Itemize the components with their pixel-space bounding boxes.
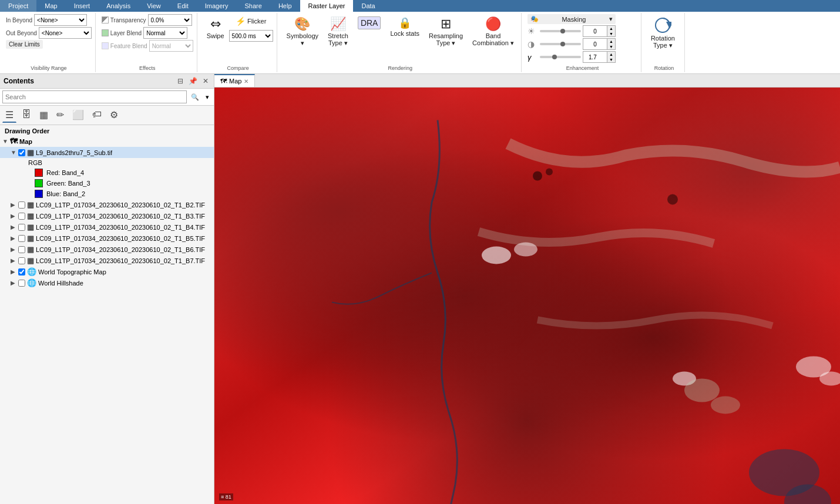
band-combination-button[interactable]: 🔴 Band Combination ▾ [469,14,518,49]
lock-stats-button[interactable]: 🔒 Lock stats [387,14,423,39]
layer-item-world-hillshade[interactable]: ▶🌐World Hillshade [0,277,214,288]
brightness-down[interactable]: ▼ [607,31,615,36]
checkbox-b7-tif[interactable] [18,257,25,264]
clear-limits-button[interactable]: Clear Limits [6,40,43,49]
search-dropdown-icon[interactable]: ▾ [203,92,211,102]
layer-item-b4-tif[interactable]: ▶▦LC09_L1TP_017034_20230610_20230610_02_… [0,221,214,233]
view-icon-list[interactable]: ☰ [2,107,16,123]
search-input[interactable] [2,90,187,103]
tab-view[interactable]: View [139,0,169,12]
feature-blend-select[interactable]: Normal [149,40,193,52]
checkbox-l9-bands[interactable] [18,149,25,156]
rotation-type-button[interactable]: Rotation Type ▾ [647,14,678,52]
tab-map[interactable]: Map [36,0,65,12]
layer-item-blue-band[interactable]: Blue: Band_2 [0,189,214,199]
in-beyond-select[interactable]: <None> [34,14,87,26]
layer-item-b7-tif[interactable]: ▶▦LC09_L1TP_017034_20230610_20230610_02_… [0,255,214,266]
layer-item-map-root[interactable]: ▼🗺Map [0,136,214,147]
checkbox-b3-tif[interactable] [18,213,25,220]
expand-arrow-world-hillshade[interactable]: ▶ [11,280,16,286]
expand-arrow-b7-tif[interactable]: ▶ [11,257,16,264]
expand-arrow-map-root[interactable]: ▼ [2,138,8,145]
view-icon-polygon[interactable]: ⬜ [69,107,87,123]
gamma-input[interactable] [583,52,607,62]
expand-arrow-b6-tif[interactable]: ▶ [11,246,16,253]
tab-share[interactable]: Share [237,0,270,12]
expand-arrow-l9-bands[interactable]: ▼ [11,149,16,156]
tab-edit[interactable]: Edit [169,0,197,12]
stretch-type-button[interactable]: 📈 Stretch Type ▾ [324,14,352,49]
gamma-up[interactable]: ▲ [607,52,615,57]
layer-item-red-band[interactable]: Red: Band_4 [0,167,214,178]
tab-help[interactable]: Help [270,0,300,12]
view-icon-cylinder[interactable]: 🗄 [19,107,34,123]
view-icon-label[interactable]: 🏷 [89,107,105,123]
expand-arrow-b5-tif[interactable]: ▶ [11,235,16,241]
layer-label-red-band: Red: Band_4 [46,169,84,176]
layer-item-green-band[interactable]: Green: Band_3 [0,178,214,189]
map-tab[interactable]: 🗺 Map ✕ [214,74,255,87]
flicker-icon: ⚡ [236,16,246,26]
brightness-input[interactable] [583,26,607,36]
expand-arrow-b4-tif[interactable]: ▶ [11,224,16,230]
tab-data[interactable]: Data [353,0,383,12]
contrast-input[interactable] [583,39,607,49]
search-button[interactable]: 🔍 [189,92,201,102]
expand-arrow-b3-tif[interactable]: ▶ [11,213,16,219]
checkbox-world-topo[interactable] [18,268,25,275]
expand-arrow-world-topo[interactable]: ▶ [11,268,16,275]
out-beyond-select[interactable]: <None> [39,27,92,39]
swipe-button[interactable]: ⇔ Swipe [203,14,228,42]
close-icon[interactable]: ✕ [201,76,210,86]
tab-raster-layer[interactable]: Raster Layer [300,0,354,12]
contrast-slider-container [540,43,581,45]
contrast-down[interactable]: ▼ [607,44,615,49]
flicker-speed-select[interactable]: 500.0 ms [229,30,273,42]
layer-item-l9-bands[interactable]: ▼▦L9_Bands2thru7_5_Sub.tif [0,147,214,158]
brightness-up[interactable]: ▲ [607,26,615,31]
contrast-slider[interactable] [540,43,581,45]
layer-item-b6-tif[interactable]: ▶▦LC09_L1TP_017034_20230610_20230610_02_… [0,244,214,255]
gamma-down[interactable]: ▼ [607,57,615,62]
layer-item-world-topo[interactable]: ▶🌐World Topographic Map [0,266,214,277]
layer-item-b2-tif[interactable]: ▶▦LC09_L1TP_017034_20230610_20230610_02_… [0,199,214,210]
checkbox-b4-tif[interactable] [18,224,25,231]
brightness-slider[interactable] [540,30,581,32]
pin-icon[interactable]: 📌 [187,76,199,86]
tab-analysis[interactable]: Analysis [98,0,139,12]
map-tab-close[interactable]: ✕ [244,78,248,85]
transparency-select[interactable]: 0.0% [148,14,192,26]
masking-button[interactable]: 🎭 Masking ▾ [527,14,616,24]
contrast-up[interactable]: ▲ [607,39,615,44]
checkbox-b2-tif[interactable] [18,201,25,209]
rotation-label: Rotation [651,35,675,42]
checkbox-b5-tif[interactable] [18,235,25,242]
layer-item-b3-tif[interactable]: ▶▦LC09_L1TP_017034_20230610_20230610_02_… [0,210,214,221]
symbology-button[interactable]: 🎨 Symbology ▾ [283,14,322,49]
checkbox-world-hillshade[interactable] [18,280,25,287]
layer-item-rgb-label[interactable]: RGB [0,158,214,167]
view-icon-settings[interactable]: ⚙ [107,107,121,123]
expand-arrow-b2-tif[interactable]: ▶ [11,201,16,208]
tab-insert[interactable]: Insert [66,0,99,12]
filter-icon[interactable]: ⊟ [176,76,185,86]
gamma-slider[interactable] [540,56,581,58]
flicker-button[interactable]: ⚡ Flicker [229,14,273,28]
rendering-group: 🎨 Symbology ▾ 📈 Stretch Type ▾ DRA DRA 🔒… [280,13,522,72]
layer-item-b5-tif[interactable]: ▶▦LC09_L1TP_017034_20230610_20230610_02_… [0,233,214,244]
view-icon-line[interactable]: ✏ [53,107,67,123]
layer-icon-b4-tif: ▦ [27,223,34,231]
in-beyond-label: In Beyond [6,17,32,23]
layer-blend-select[interactable]: Normal [143,27,187,39]
rotation-icon [654,16,671,34]
dra-button[interactable]: DRA DRA [354,14,385,39]
resampling-type-button[interactable]: ⊞ Resampling Type ▾ [425,14,466,49]
raster-display [214,88,840,504]
transparency-row: Transparency 0.0% [102,14,193,26]
tab-project[interactable]: Project [0,0,36,12]
map-canvas[interactable]: ≡ 81 [214,88,840,504]
tab-imagery[interactable]: Imagery [197,0,237,12]
checkbox-b6-tif[interactable] [18,246,25,253]
view-icon-raster[interactable]: ▦ [36,107,51,123]
map-overlay [214,88,840,504]
